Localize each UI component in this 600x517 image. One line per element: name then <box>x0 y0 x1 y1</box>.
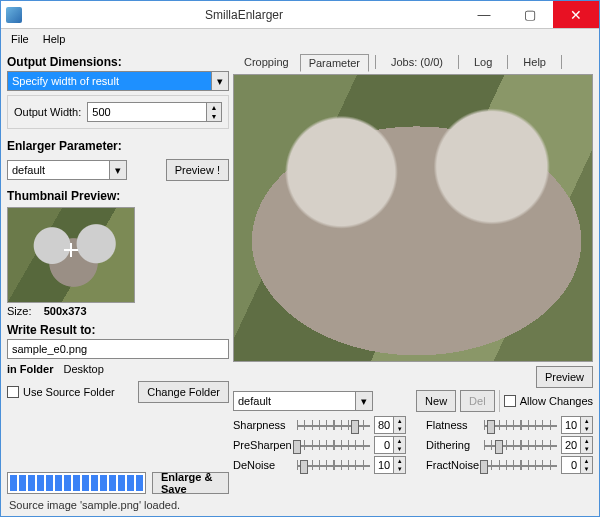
new-preset-button[interactable]: New <box>416 390 456 412</box>
statusbar: Source image 'sample.png' loaded. <box>1 496 599 516</box>
tab-cropping[interactable]: Cropping <box>235 53 298 71</box>
denoise-label: DeNoise <box>233 459 293 471</box>
tab-bar: Cropping Parameter Jobs: (0/0) Log Help <box>233 53 593 71</box>
close-button[interactable]: ✕ <box>553 1 599 28</box>
minimize-button[interactable]: — <box>461 1 507 28</box>
parameter-grid: Sharpness 80▲▼ Flatness 10▲▼ PreSharpen … <box>233 416 593 474</box>
use-source-folder-checkbox[interactable]: Use Source Folder <box>7 386 115 398</box>
tab-log[interactable]: Log <box>465 53 501 71</box>
chevron-down-icon: ▾ <box>109 161 126 179</box>
sharpness-label: Sharpness <box>233 419 293 431</box>
size-label: Size: <box>7 305 31 317</box>
use-source-folder-label: Use Source Folder <box>23 386 115 398</box>
maximize-button[interactable]: ▢ <box>507 1 553 28</box>
sharpness-slider[interactable] <box>297 416 370 434</box>
parameter-controls: Preview default ▾ New Del Allow Changes <box>233 366 593 474</box>
denoise-value[interactable]: 10▲▼ <box>374 456 406 474</box>
output-width-input[interactable] <box>88 103 206 121</box>
left-panel: Output Dimensions: Specify width of resu… <box>7 53 229 494</box>
change-folder-button[interactable]: Change Folder <box>138 381 229 403</box>
presharpen-value[interactable]: 0▲▼ <box>374 436 406 454</box>
right-panel: Cropping Parameter Jobs: (0/0) Log Help … <box>233 53 593 494</box>
write-result-title: Write Result to: <box>7 323 229 337</box>
output-dimensions-combo[interactable]: Specify width of result ▾ <box>7 71 229 91</box>
menu-file[interactable]: File <box>5 32 35 46</box>
chevron-down-icon: ▾ <box>355 392 372 410</box>
enlarger-parameter-title: Enlarger Parameter: <box>7 139 229 153</box>
flatness-slider[interactable] <box>484 416 557 434</box>
output-dimensions-title: Output Dimensions: <box>7 55 229 69</box>
thumbnail-preview[interactable] <box>7 207 135 303</box>
sharpness-value[interactable]: 80▲▼ <box>374 416 406 434</box>
tab-separator <box>507 55 508 69</box>
presharpen-label: PreSharpen <box>233 439 293 451</box>
chevron-down-icon: ▾ <box>211 72 228 90</box>
thumbnail-size-line: Size: 500x373 <box>7 305 229 317</box>
content: Output Dimensions: Specify width of resu… <box>1 49 599 496</box>
tab-separator <box>375 55 376 69</box>
progress-bar <box>7 472 146 494</box>
flatness-label: Flatness <box>426 419 480 431</box>
crosshair-icon <box>64 243 78 257</box>
output-filename-input[interactable]: sample_e0.png <box>7 339 229 359</box>
folder-row: in Folder Desktop <box>7 363 229 375</box>
preset-combo[interactable]: default ▾ <box>233 391 373 411</box>
size-value: 500x373 <box>44 305 87 317</box>
window-buttons: — ▢ ✕ <box>461 1 599 28</box>
preview2-button[interactable]: Preview <box>536 366 593 388</box>
in-folder-label: in Folder <box>7 363 53 375</box>
enlarger-parameter-value: default <box>8 164 109 176</box>
fractnoise-value[interactable]: 0▲▼ <box>561 456 593 474</box>
allow-changes-checkbox[interactable]: Allow Changes <box>504 395 593 407</box>
preview-button[interactable]: Preview ! <box>166 159 229 181</box>
app-icon <box>6 7 22 23</box>
tab-help[interactable]: Help <box>514 53 555 71</box>
denoise-slider[interactable] <box>297 456 370 474</box>
thumbnail-title: Thumbnail Preview: <box>7 189 229 203</box>
dithering-label: Dithering <box>426 439 480 451</box>
preview-image <box>234 75 592 361</box>
checkbox-box-icon <box>7 386 19 398</box>
tab-separator <box>458 55 459 69</box>
menu-help[interactable]: Help <box>37 32 72 46</box>
fractnoise-slider[interactable] <box>484 456 557 474</box>
delete-preset-button: Del <box>460 390 495 412</box>
app-window: SmillaEnlarger — ▢ ✕ File Help Output Di… <box>0 0 600 517</box>
allow-changes-label: Allow Changes <box>520 395 593 407</box>
spin-buttons[interactable]: ▲▼ <box>206 103 221 121</box>
tab-parameter[interactable]: Parameter <box>300 54 369 72</box>
checkbox-box-icon <box>504 395 516 407</box>
tab-jobs[interactable]: Jobs: (0/0) <box>382 53 452 71</box>
preview-area[interactable] <box>233 74 593 362</box>
output-width-label: Output Width: <box>14 106 81 118</box>
presharpen-slider[interactable] <box>297 436 370 454</box>
dithering-slider[interactable] <box>484 436 557 454</box>
window-title: SmillaEnlarger <box>27 8 461 22</box>
enlarge-save-button[interactable]: Enlarge & Save <box>152 472 229 494</box>
dithering-value[interactable]: 20▲▼ <box>561 436 593 454</box>
fractnoise-label: FractNoise <box>426 459 480 471</box>
folder-value: Desktop <box>63 363 103 375</box>
tab-separator <box>561 55 562 69</box>
output-width-row: Output Width: ▲▼ <box>7 95 229 129</box>
flatness-value[interactable]: 10▲▼ <box>561 416 593 434</box>
enlarger-parameter-combo[interactable]: default ▾ <box>7 160 127 180</box>
titlebar: SmillaEnlarger — ▢ ✕ <box>1 1 599 29</box>
output-width-spin[interactable]: ▲▼ <box>87 102 222 122</box>
preset-value: default <box>234 395 355 407</box>
menubar: File Help <box>1 29 599 49</box>
output-dimensions-value: Specify width of result <box>8 75 211 87</box>
